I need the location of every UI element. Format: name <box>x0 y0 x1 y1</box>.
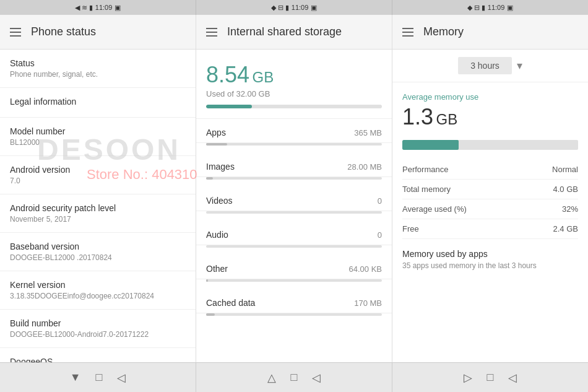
memory-stat-performance: Performance Normal <box>402 160 578 180</box>
android-version-label: Android version <box>10 165 186 175</box>
baseband-value: DOOGEE-BL12000 .20170824 <box>10 253 186 262</box>
status-icon-photo-right: ▣ <box>507 4 513 12</box>
recents-icon-right[interactable]: ◁ <box>508 371 517 385</box>
status-icon-photo-mid: ▣ <box>311 4 317 12</box>
status-value: Phone number, signal, etc. <box>10 70 186 79</box>
free-value: 2.4 GB <box>553 224 578 233</box>
total-memory-value: 4.0 GB <box>553 185 578 194</box>
apps-value: 365 MB <box>354 128 382 137</box>
build-value: DOOGEE-BL12000-Android7.0-20171222 <box>10 330 186 339</box>
storage-used-display: 8.54 GB <box>206 62 382 88</box>
kernel-value: 3.18.35DOOGEEinfo@doogee.cc20170824 <box>10 292 186 300</box>
time-button[interactable]: 3 hours <box>458 57 512 74</box>
list-item[interactable]: DoogeeOS V2.0.0 <box>0 348 196 362</box>
memory-apps-section[interactable]: Memory used by apps 35 apps used memory … <box>392 239 588 275</box>
videos-value: 0 <box>378 196 382 206</box>
apps-label: Apps <box>206 128 226 137</box>
storage-panel: Internal shared storage 8.54 GB Used of … <box>196 15 392 362</box>
bottom-nav-mid: △ □ ◁ <box>196 363 392 392</box>
total-memory-label: Total memory <box>402 185 451 194</box>
time-selector: 3 hours ▾ <box>392 50 588 82</box>
memory-panel: Memory 3 hours ▾ Average memory use 1.3 … <box>392 15 588 362</box>
memory-avg-label: Average memory use <box>402 92 578 102</box>
dropdown-arrow-icon[interactable]: ▾ <box>517 59 522 72</box>
images-label: Images <box>206 162 235 172</box>
list-item[interactable]: Kernel version 3.18.35DOOGEEinfo@doogee.… <box>0 271 196 310</box>
baseband-label: Baseband version <box>10 242 186 251</box>
storage-images-item[interactable]: Images 28.00 MB <box>196 153 392 180</box>
other-label: Other <box>206 264 228 274</box>
back-icon-right[interactable]: ▷ <box>464 371 472 385</box>
storage-bar-fill <box>206 105 252 108</box>
status-icons-right: ◆ ⊟ ▮ <box>467 4 485 12</box>
memory-stat-total: Total memory 4.0 GB <box>402 180 578 199</box>
cached-value: 170 MB <box>354 298 382 308</box>
memory-apps-subtitle: 35 apps used memory in the last 3 hours <box>402 261 578 270</box>
list-item[interactable]: Baseband version DOOGEE-BL12000 .2017082… <box>0 233 196 271</box>
memory-apps-title: Memory used by apps <box>402 249 578 259</box>
android-version-value: 7.0 <box>10 176 186 185</box>
list-item[interactable]: Android security patch level November 5,… <box>0 194 196 233</box>
status-time-left: 11:09 <box>95 4 113 11</box>
phone-status-title: Phone status <box>31 25 96 38</box>
memory-avg-value: 1.3 <box>402 104 433 129</box>
memory-header: Memory <box>392 15 588 50</box>
back-icon-left[interactable]: ▼ <box>70 371 81 384</box>
memory-content: 3 hours ▾ Average memory use 1.3 GB Perf… <box>392 50 588 362</box>
bottom-nav-right: ▷ □ ◁ <box>392 363 588 392</box>
home-icon-left[interactable]: □ <box>95 371 102 384</box>
status-bar-left: ◀ ≋ ▮ 11:09 ▣ <box>0 0 196 15</box>
storage-total-text: Used of 32.00 GB <box>206 89 382 98</box>
model-label: Model number <box>10 126 186 136</box>
list-item[interactable]: Model number BL12000 <box>0 118 196 156</box>
storage-used-size: 8.54 <box>206 62 249 87</box>
storage-apps-item[interactable]: Apps 365 MB <box>196 119 392 146</box>
storage-bar <box>206 105 382 108</box>
status-label: Status <box>10 58 186 68</box>
status-bar-right: ◆ ⊟ ▮ 11:09 ▣ <box>392 0 588 15</box>
list-item[interactable]: Status Phone number, signal, etc. <box>0 50 196 88</box>
memory-avg-section: Average memory use 1.3 GB <box>392 82 588 135</box>
back-icon-mid[interactable]: △ <box>267 371 276 385</box>
legal-label: Legal information <box>10 97 186 107</box>
list-item[interactable]: Android version 7.0 <box>0 156 196 194</box>
memory-title: Memory <box>423 25 464 38</box>
storage-content: 8.54 GB Used of 32.00 GB Apps 365 MB Ima… <box>196 50 392 362</box>
videos-label: Videos <box>206 196 233 206</box>
memory-avg-display: 1.3 GB <box>402 104 578 130</box>
storage-used-unit: GB <box>253 69 274 85</box>
audio-value: 0 <box>378 230 382 240</box>
home-icon-mid[interactable]: □ <box>291 371 298 384</box>
phone-status-panel: Phone status Status Phone number, signal… <box>0 15 196 362</box>
storage-menu-icon[interactable] <box>206 28 217 37</box>
avg-used-value: 32% <box>562 204 578 214</box>
memory-menu-icon[interactable] <box>402 28 413 37</box>
bottom-nav: ▼ □ ◁ △ □ ◁ ▷ □ ◁ <box>0 362 588 392</box>
storage-cached-item[interactable]: Cached data 170 MB <box>196 289 392 316</box>
phone-status-header: Phone status <box>0 15 196 50</box>
audio-label: Audio <box>206 230 228 240</box>
phone-status-menu-icon[interactable] <box>10 28 21 37</box>
storage-header: Internal shared storage <box>196 15 392 50</box>
list-item[interactable]: Legal information <box>0 88 196 118</box>
status-icons-mid: ◆ ⊟ ▮ <box>271 4 289 12</box>
doogeeos-label: DoogeeOS <box>10 357 186 362</box>
security-patch-value: November 5, 2017 <box>10 215 186 224</box>
storage-summary: 8.54 GB Used of 32.00 GB <box>196 50 392 119</box>
memory-stat-avg-used: Average used (%) 32% <box>402 199 578 219</box>
recents-icon-mid[interactable]: ◁ <box>312 371 321 385</box>
memory-bar-fill <box>402 140 459 150</box>
memory-stats: Performance Normal Total memory 4.0 GB A… <box>392 160 588 239</box>
list-item[interactable]: Build number DOOGEE-BL12000-Android7.0-2… <box>0 310 196 348</box>
images-value: 28.00 MB <box>347 162 382 172</box>
storage-audio-item[interactable]: Audio 0 <box>196 221 392 248</box>
bottom-nav-left: ▼ □ ◁ <box>0 363 196 392</box>
status-bar: ◀ ≋ ▮ 11:09 ▣ ◆ ⊟ ▮ 11:09 ▣ ◆ ⊟ ▮ 11:09 … <box>0 0 588 15</box>
other-value: 64.00 KB <box>349 264 383 274</box>
status-bar-middle: ◆ ⊟ ▮ 11:09 ▣ <box>196 0 392 15</box>
storage-videos-item[interactable]: Videos 0 <box>196 187 392 214</box>
storage-other-item[interactable]: Other 64.00 KB <box>196 255 392 282</box>
status-icon-photo-left: ▣ <box>115 4 121 12</box>
home-icon-right[interactable]: □ <box>487 371 494 384</box>
recents-icon-left[interactable]: ◁ <box>117 371 126 385</box>
